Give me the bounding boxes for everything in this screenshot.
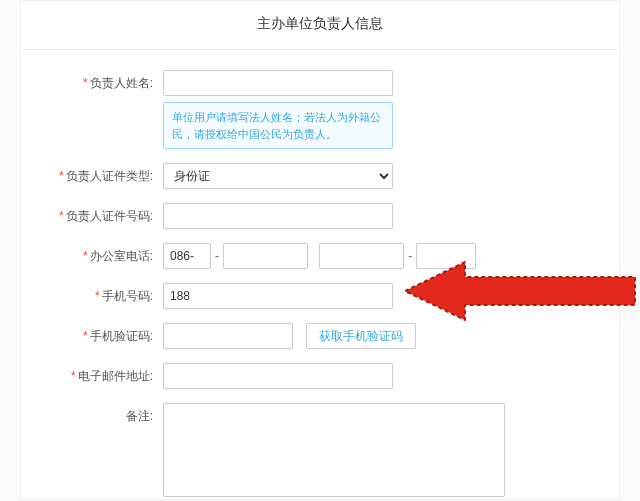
label-name: *负责人姓名: bbox=[21, 70, 163, 92]
get-sms-button[interactable]: 获取手机验证码 bbox=[306, 323, 416, 349]
label-office-phone: *办公室电话: bbox=[21, 243, 163, 265]
row-mobile: *手机号码: bbox=[21, 283, 581, 309]
id-number-input[interactable] bbox=[163, 203, 393, 229]
id-type-select[interactable]: 身份证 bbox=[163, 163, 393, 189]
sms-code-input[interactable] bbox=[163, 323, 293, 349]
panel-title: 主办单位负责人信息 bbox=[21, 15, 619, 33]
office-area-input[interactable] bbox=[223, 243, 308, 269]
row-email: *电子邮件地址: bbox=[21, 363, 581, 389]
row-sms-code: *手机验证码: 获取手机验证码 bbox=[21, 323, 581, 349]
panel-inner: *负责人姓名: 单位用户请填写法人姓名；若法人为外籍公民，请授权给中国公民为负责… bbox=[21, 49, 619, 501]
dash-3: - bbox=[408, 249, 412, 263]
row-id-number: *负责人证件号码: bbox=[21, 203, 581, 229]
mobile-input[interactable] bbox=[163, 283, 393, 309]
form-panel: 主办单位负责人信息 *负责人姓名: 单位用户请填写法人姓名；若法人为外籍公民，请… bbox=[20, 0, 620, 500]
label-id-number: *负责人证件号码: bbox=[21, 203, 163, 225]
office-num-input[interactable] bbox=[319, 243, 404, 269]
label-sms-code: *手机验证码: bbox=[21, 323, 163, 345]
row-remark: 备注: 个体工商户无字号的需在备注中说明原因。 bbox=[21, 403, 581, 501]
label-mobile: *手机号码: bbox=[21, 283, 163, 305]
office-ext-input[interactable] bbox=[416, 243, 476, 269]
label-email: *电子邮件地址: bbox=[21, 363, 163, 385]
email-input[interactable] bbox=[163, 363, 393, 389]
row-id-type: *负责人证件类型: 身份证 bbox=[21, 163, 581, 189]
row-office-phone: *办公室电话: - - bbox=[21, 243, 581, 269]
hint-name: 单位用户请填写法人姓名；若法人为外籍公民，请授权给中国公民为负责人。 bbox=[163, 102, 393, 149]
label-id-type: *负责人证件类型: bbox=[21, 163, 163, 185]
label-remark: 备注: bbox=[21, 403, 163, 425]
remark-textarea[interactable] bbox=[163, 403, 505, 497]
office-cc-input[interactable] bbox=[163, 243, 211, 269]
row-name: *负责人姓名: 单位用户请填写法人姓名；若法人为外籍公民，请授权给中国公民为负责… bbox=[21, 70, 581, 149]
dash-2 bbox=[312, 249, 315, 263]
dash-1: - bbox=[215, 249, 219, 263]
name-input[interactable] bbox=[163, 70, 393, 96]
